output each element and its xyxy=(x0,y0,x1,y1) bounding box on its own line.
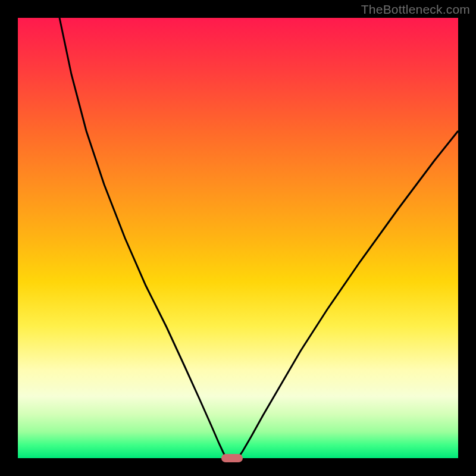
curve-left-branch xyxy=(60,18,226,458)
bottleneck-curve xyxy=(18,18,458,458)
optimal-marker xyxy=(221,454,243,462)
watermark-text: TheBottleneck.com xyxy=(361,2,470,17)
curve-right-branch xyxy=(238,131,458,458)
plot-area xyxy=(18,18,458,458)
